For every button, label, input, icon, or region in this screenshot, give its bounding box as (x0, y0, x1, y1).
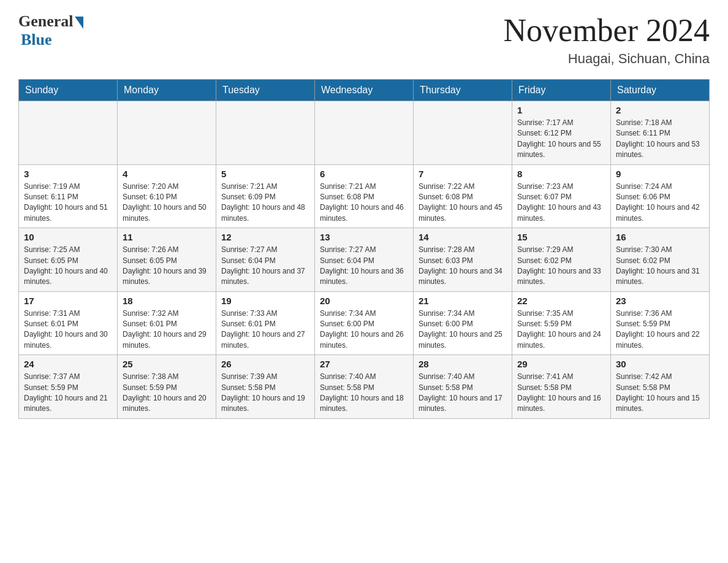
day-number: 22 (517, 296, 605, 306)
day-number: 11 (123, 232, 211, 242)
calendar-cell: 15Sunrise: 7:29 AMSunset: 6:02 PMDayligh… (512, 228, 611, 292)
weekday-header-sunday: Sunday (19, 80, 118, 101)
calendar-cell (118, 101, 216, 165)
day-number: 30 (616, 359, 704, 369)
weekday-header-friday: Friday (512, 80, 611, 101)
day-number: 23 (616, 296, 704, 306)
calendar-cell: 7Sunrise: 7:22 AMSunset: 6:08 PMDaylight… (414, 164, 512, 228)
day-number: 8 (517, 169, 605, 179)
day-info: Sunrise: 7:41 AMSunset: 5:58 PMDaylight:… (517, 372, 605, 415)
calendar-cell: 23Sunrise: 7:36 AMSunset: 5:59 PMDayligh… (611, 291, 710, 355)
day-number: 20 (320, 296, 408, 306)
page-header: General Blue November 2024 Huagai, Sichu… (18, 12, 710, 67)
calendar-table: SundayMondayTuesdayWednesdayThursdayFrid… (18, 79, 710, 419)
day-number: 13 (320, 232, 408, 242)
day-info: Sunrise: 7:26 AMSunset: 6:05 PMDaylight:… (123, 245, 211, 288)
logo-arrow-icon (75, 17, 83, 29)
day-number: 14 (419, 232, 507, 242)
calendar-cell: 11Sunrise: 7:26 AMSunset: 6:05 PMDayligh… (118, 228, 216, 292)
calendar-cell: 20Sunrise: 7:34 AMSunset: 6:00 PMDayligh… (315, 291, 414, 355)
day-number: 1 (517, 105, 605, 115)
day-info: Sunrise: 7:36 AMSunset: 5:59 PMDaylight:… (616, 308, 704, 351)
day-info: Sunrise: 7:39 AMSunset: 5:58 PMDaylight:… (221, 372, 309, 415)
calendar-cell: 10Sunrise: 7:25 AMSunset: 6:05 PMDayligh… (19, 228, 118, 292)
calendar-cell (315, 101, 414, 165)
weekday-header-row: SundayMondayTuesdayWednesdayThursdayFrid… (19, 80, 710, 101)
calendar-cell: 14Sunrise: 7:28 AMSunset: 6:03 PMDayligh… (414, 228, 512, 292)
calendar-cell: 29Sunrise: 7:41 AMSunset: 5:58 PMDayligh… (512, 355, 611, 419)
calendar-week-row: 3Sunrise: 7:19 AMSunset: 6:11 PMDaylight… (19, 164, 710, 228)
calendar-cell: 19Sunrise: 7:33 AMSunset: 6:01 PMDayligh… (216, 291, 315, 355)
calendar-cell: 17Sunrise: 7:31 AMSunset: 6:01 PMDayligh… (19, 291, 118, 355)
day-number: 19 (221, 296, 309, 306)
calendar-cell (19, 101, 118, 165)
calendar-header: SundayMondayTuesdayWednesdayThursdayFrid… (19, 80, 710, 101)
calendar-cell (216, 101, 315, 165)
day-info: Sunrise: 7:27 AMSunset: 6:04 PMDaylight:… (221, 245, 309, 288)
day-number: 3 (24, 169, 112, 179)
day-number: 15 (517, 232, 605, 242)
calendar-week-row: 10Sunrise: 7:25 AMSunset: 6:05 PMDayligh… (19, 228, 710, 292)
day-info: Sunrise: 7:32 AMSunset: 6:01 PMDaylight:… (123, 308, 211, 351)
day-number: 24 (24, 359, 112, 369)
weekday-header-thursday: Thursday (414, 80, 512, 101)
day-number: 25 (123, 359, 211, 369)
title-block: November 2024 Huagai, Sichuan, China (504, 12, 710, 67)
day-info: Sunrise: 7:29 AMSunset: 6:02 PMDaylight:… (517, 245, 605, 288)
day-number: 10 (24, 232, 112, 242)
day-number: 17 (24, 296, 112, 306)
day-number: 16 (616, 232, 704, 242)
day-number: 4 (123, 169, 211, 179)
day-info: Sunrise: 7:42 AMSunset: 5:58 PMDaylight:… (616, 372, 704, 415)
day-number: 9 (616, 169, 704, 179)
day-info: Sunrise: 7:34 AMSunset: 6:00 PMDaylight:… (320, 308, 408, 351)
day-info: Sunrise: 7:34 AMSunset: 6:00 PMDaylight:… (419, 308, 507, 351)
calendar-cell: 5Sunrise: 7:21 AMSunset: 6:09 PMDaylight… (216, 164, 315, 228)
calendar-cell: 12Sunrise: 7:27 AMSunset: 6:04 PMDayligh… (216, 228, 315, 292)
calendar-cell: 4Sunrise: 7:20 AMSunset: 6:10 PMDaylight… (118, 164, 216, 228)
calendar-week-row: 24Sunrise: 7:37 AMSunset: 5:59 PMDayligh… (19, 355, 710, 419)
calendar-cell: 6Sunrise: 7:21 AMSunset: 6:08 PMDaylight… (315, 164, 414, 228)
weekday-header-monday: Monday (118, 80, 216, 101)
calendar-cell: 1Sunrise: 7:17 AMSunset: 6:12 PMDaylight… (512, 101, 611, 165)
calendar-cell: 8Sunrise: 7:23 AMSunset: 6:07 PMDaylight… (512, 164, 611, 228)
day-number: 2 (616, 105, 704, 115)
day-number: 6 (320, 169, 408, 179)
day-info: Sunrise: 7:35 AMSunset: 5:59 PMDaylight:… (517, 308, 605, 351)
calendar-week-row: 17Sunrise: 7:31 AMSunset: 6:01 PMDayligh… (19, 291, 710, 355)
weekday-header-wednesday: Wednesday (315, 80, 414, 101)
day-number: 29 (517, 359, 605, 369)
day-number: 27 (320, 359, 408, 369)
calendar-cell: 28Sunrise: 7:40 AMSunset: 5:58 PMDayligh… (414, 355, 512, 419)
day-info: Sunrise: 7:19 AMSunset: 6:11 PMDaylight:… (24, 182, 112, 224)
logo-blue-text: Blue (21, 31, 52, 49)
calendar-body: 1Sunrise: 7:17 AMSunset: 6:12 PMDaylight… (19, 101, 710, 419)
weekday-header-tuesday: Tuesday (216, 80, 315, 101)
calendar-cell: 13Sunrise: 7:27 AMSunset: 6:04 PMDayligh… (315, 228, 414, 292)
day-info: Sunrise: 7:22 AMSunset: 6:08 PMDaylight:… (419, 182, 507, 224)
day-info: Sunrise: 7:37 AMSunset: 5:59 PMDaylight:… (24, 372, 112, 415)
day-info: Sunrise: 7:21 AMSunset: 6:09 PMDaylight:… (221, 182, 309, 224)
weekday-header-saturday: Saturday (611, 80, 710, 101)
day-info: Sunrise: 7:18 AMSunset: 6:11 PMDaylight:… (616, 118, 704, 161)
calendar-cell: 21Sunrise: 7:34 AMSunset: 6:00 PMDayligh… (414, 291, 512, 355)
calendar-cell (414, 101, 512, 165)
calendar-cell: 26Sunrise: 7:39 AMSunset: 5:58 PMDayligh… (216, 355, 315, 419)
day-info: Sunrise: 7:30 AMSunset: 6:02 PMDaylight:… (616, 245, 704, 288)
calendar-cell: 30Sunrise: 7:42 AMSunset: 5:58 PMDayligh… (611, 355, 710, 419)
day-info: Sunrise: 7:40 AMSunset: 5:58 PMDaylight:… (419, 372, 507, 415)
day-info: Sunrise: 7:17 AMSunset: 6:12 PMDaylight:… (517, 118, 605, 161)
day-info: Sunrise: 7:28 AMSunset: 6:03 PMDaylight:… (419, 245, 507, 288)
calendar-cell: 3Sunrise: 7:19 AMSunset: 6:11 PMDaylight… (19, 164, 118, 228)
calendar-cell: 24Sunrise: 7:37 AMSunset: 5:59 PMDayligh… (19, 355, 118, 419)
day-info: Sunrise: 7:31 AMSunset: 6:01 PMDaylight:… (24, 308, 112, 351)
day-number: 26 (221, 359, 309, 369)
day-number: 7 (419, 169, 507, 179)
calendar-cell: 2Sunrise: 7:18 AMSunset: 6:11 PMDaylight… (611, 101, 710, 165)
day-info: Sunrise: 7:27 AMSunset: 6:04 PMDaylight:… (320, 245, 408, 288)
calendar-cell: 25Sunrise: 7:38 AMSunset: 5:59 PMDayligh… (118, 355, 216, 419)
calendar-cell: 18Sunrise: 7:32 AMSunset: 6:01 PMDayligh… (118, 291, 216, 355)
day-number: 21 (419, 296, 507, 306)
day-info: Sunrise: 7:25 AMSunset: 6:05 PMDaylight:… (24, 245, 112, 288)
calendar-week-row: 1Sunrise: 7:17 AMSunset: 6:12 PMDaylight… (19, 101, 710, 165)
